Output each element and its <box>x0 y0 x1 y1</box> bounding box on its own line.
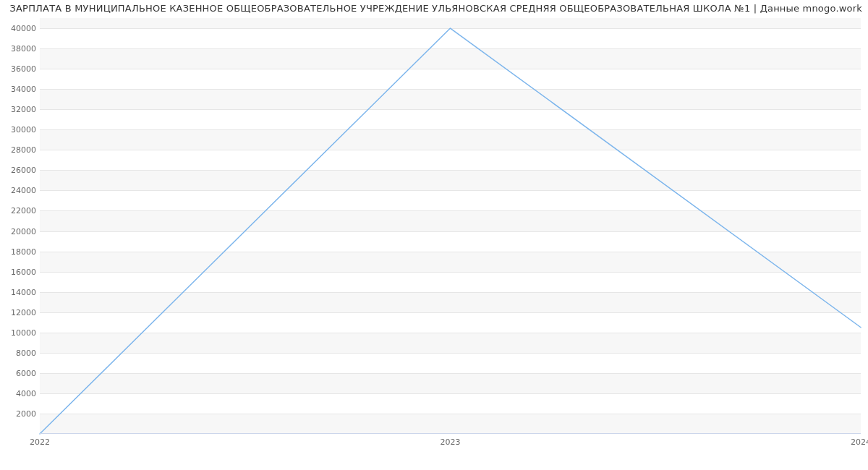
y-tick-label: 30000 <box>0 125 36 134</box>
y-tick-label: 28000 <box>0 145 36 155</box>
y-tick-label: 8000 <box>0 348 36 357</box>
y-tick-label: 32000 <box>0 105 36 114</box>
x-tick-label: 2023 <box>441 437 461 447</box>
line-series <box>40 18 861 434</box>
y-tick-label: 18000 <box>0 247 36 256</box>
y-tick-label: 16000 <box>0 267 36 276</box>
x-axis-line <box>40 433 861 434</box>
y-tick-label: 26000 <box>0 166 36 175</box>
y-tick-label: 36000 <box>0 64 36 74</box>
y-tick-label: 38000 <box>0 44 36 54</box>
series-path <box>40 28 861 434</box>
y-tick-label: 22000 <box>0 206 36 215</box>
y-tick-label: 40000 <box>0 24 36 33</box>
y-tick-label: 12000 <box>0 307 36 317</box>
y-tick-label: 14000 <box>0 287 36 296</box>
plot-area <box>40 18 861 434</box>
y-tick-label: 20000 <box>0 226 36 236</box>
salary-line-chart: ЗАРПЛАТА В МУНИЦИПАЛЬНОЕ КАЗЕННОЕ ОБЩЕОБ… <box>0 0 868 470</box>
y-tick-label: 4000 <box>0 388 36 398</box>
y-tick-label: 6000 <box>0 368 36 377</box>
y-tick-label: 34000 <box>0 85 36 94</box>
x-tick-label: 2022 <box>30 437 50 447</box>
y-tick-label: 10000 <box>0 328 36 337</box>
y-tick-label: 24000 <box>0 186 36 195</box>
chart-title: ЗАРПЛАТА В МУНИЦИПАЛЬНОЕ КАЗЕННОЕ ОБЩЕОБ… <box>0 3 868 14</box>
y-tick-label: 2000 <box>0 409 36 418</box>
x-tick-label: 2024 <box>851 437 868 447</box>
